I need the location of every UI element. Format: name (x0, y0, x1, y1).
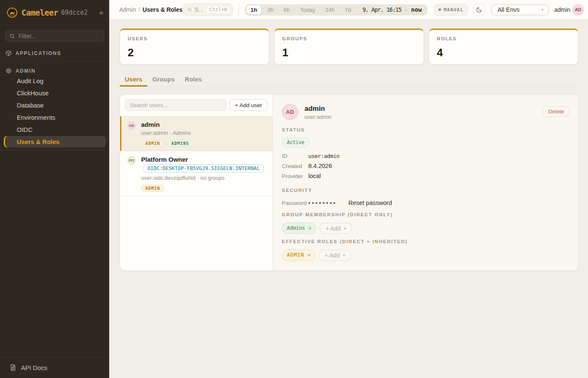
breadcrumb-parent[interactable]: Admin (119, 6, 136, 13)
field-row-provider: Provider local (282, 173, 569, 179)
search-users-input[interactable] (125, 99, 226, 111)
time-range-separator: – (404, 7, 409, 13)
stat-value: 2 (128, 46, 261, 59)
stat-card-roles: ROLES 4 (429, 29, 578, 65)
sidebar-filter (5, 30, 104, 42)
sidebar-item-audit-log[interactable]: Audit Log (4, 75, 106, 87)
user-meta: user:admin · Admins (141, 129, 193, 136)
stats-row: USERS 2 GROUPS 1 ROLES 4 (120, 29, 578, 65)
refresh-mode-badge[interactable]: MANUAL (434, 4, 468, 16)
mode-label: MANUAL (444, 7, 464, 13)
group-chips: Admins × + Add ▾ (282, 223, 569, 234)
add-group-button[interactable]: + Add ▾ (320, 223, 352, 234)
moon-icon (476, 7, 482, 13)
sidebar-footer[interactable]: API Docs (0, 357, 109, 378)
field-row-created: Created 8.4.2026 (282, 163, 569, 169)
stat-card-groups: GROUPS 1 (274, 29, 424, 65)
time-range-option-3h[interactable]: 3h (262, 7, 278, 13)
time-range-option-7d[interactable]: 7d (340, 7, 356, 13)
users-panel: + Add user AD admin user:admin · Admins … (120, 94, 578, 271)
stat-value: 1 (282, 46, 416, 59)
stat-value: 4 (437, 46, 570, 59)
role-badge: ADMIN (141, 140, 164, 147)
sidebar-section-label: APPLICATIONS (16, 50, 61, 56)
reset-password-link[interactable]: Reset password (348, 200, 392, 206)
field-label: Created (282, 163, 308, 169)
role-chips: ADMIN × + Add ▾ (282, 249, 569, 261)
chevron-down-icon: ▾ (344, 226, 346, 231)
oidc-subject-tag: OIDC:DESKTOP-FB5VGJ9.SIEGELN.INTERNAL (143, 164, 264, 173)
status-section-label: STATUS (282, 127, 569, 133)
sidebar-item-clickhouse[interactable]: ClickHouse (4, 87, 106, 99)
sidebar-collapse-icon[interactable]: « (100, 9, 103, 16)
topbar: Admin / Users & Roles S... Ctrl+K 1h 3h … (109, 0, 588, 20)
environment-select-value: All Envs (498, 6, 520, 13)
time-range-option-1h[interactable]: 1h (246, 5, 262, 15)
search-icon (9, 33, 15, 39)
tab-roles[interactable]: Roles (180, 71, 207, 87)
time-range-option-24h[interactable]: 24h (320, 7, 340, 13)
stat-label: ROLES (437, 36, 570, 42)
sidebar-divider (0, 150, 109, 150)
avatar: PO (127, 156, 136, 165)
remove-chip-icon[interactable]: × (307, 252, 311, 259)
password-mask: •••••••• (308, 200, 337, 206)
time-range-from[interactable]: 9. Apr. 16:15 (356, 6, 404, 13)
time-range-segmented-control: 1h 3h 6h Today 24h 7d 9. Apr. 16:15 – no… (245, 4, 428, 16)
password-label: Password (282, 200, 308, 206)
field-label: ID (282, 153, 308, 159)
password-row: Password •••••••• Reset password (282, 200, 569, 206)
search-icon (188, 7, 192, 13)
user-row-body: Platform Owner OIDC:DESKTOP-FB5VGJ9.SIEG… (141, 155, 264, 192)
user-meta: user:oidc:8evzqofluhld · no groups (141, 174, 264, 181)
time-range-option-6h[interactable]: 6h (278, 7, 295, 13)
page-content: USERS 2 GROUPS 1 ROLES 4 Users Groups Ro… (109, 20, 588, 271)
add-group-label: + Add (326, 225, 341, 232)
sidebar-item-environments[interactable]: Environments (4, 112, 106, 123)
sidebar-section-applications[interactable]: APPLICATIONS (0, 45, 109, 60)
tab-users[interactable]: Users (120, 71, 147, 87)
user-list-header: + Add user (120, 94, 273, 116)
tab-bar: Users Groups Roles (120, 71, 578, 87)
sidebar-item-oidc[interactable]: OIDC (4, 124, 106, 135)
sidebar-item-database[interactable]: Database (4, 100, 106, 111)
remove-chip-icon[interactable]: × (308, 225, 312, 232)
user-row-admin[interactable]: AD admin user:admin · Admins ADMIN ADMIN… (120, 116, 273, 151)
add-user-button[interactable]: + Add user (229, 99, 268, 111)
detail-header: AD admin user:admin (282, 104, 569, 121)
field-label: Provider (282, 173, 308, 179)
global-search-button[interactable]: S... Ctrl+K (183, 3, 233, 16)
sidebar-item-users-roles[interactable]: Users & Roles (4, 136, 106, 147)
sidebar: Cameleer 69dcce2 « APPLICATIONS ADMIN Au… (0, 0, 109, 378)
chevron-down-icon: ▾ (343, 253, 345, 257)
add-role-label: + Add (325, 252, 340, 259)
sidebar-filter-input[interactable] (5, 30, 104, 42)
delete-user-button[interactable]: Delete (543, 106, 569, 117)
theme-toggle-button[interactable] (473, 4, 485, 16)
field-value: user:admin (308, 153, 339, 159)
detail-fields: ID user:admin Created 8.4.2026 Provider … (282, 153, 569, 179)
brand-logo-camel-icon (7, 7, 18, 18)
field-row-id: ID user:admin (282, 153, 569, 159)
user-row-platform-owner[interactable]: PO Platform Owner OIDC:DESKTOP-FB5VGJ9.S… (120, 151, 273, 196)
sidebar-section-label: ADMIN (16, 68, 36, 74)
role-chip-admin: ADMIN × (282, 249, 315, 261)
user-avatar[interactable]: AD (572, 4, 584, 16)
environment-select[interactable]: All Envs ▾ (491, 4, 549, 16)
time-range-option-today[interactable]: Today (295, 7, 320, 13)
topbar-username: admin (554, 6, 570, 13)
breadcrumb-current: Users & Roles (143, 6, 183, 13)
group-badge: ADMINS (167, 140, 193, 147)
oidc-tag-row: OIDC:DESKTOP-FB5VGJ9.SIEGELN.INTERNAL (141, 163, 264, 173)
role-badge: ADMIN (141, 185, 164, 192)
group-membership-section-label: GROUP MEMBERSHIP (DIRECT ONLY) (282, 212, 569, 218)
tab-groups[interactable]: Groups (147, 71, 180, 87)
stat-card-users: USERS 2 (120, 29, 269, 65)
security-section-label: SECURITY (282, 188, 569, 193)
topbar-divider (239, 3, 239, 16)
time-range-to[interactable]: now (409, 6, 427, 13)
add-role-button[interactable]: + Add ▾ (319, 250, 351, 261)
document-icon (10, 364, 16, 371)
sidebar-divider (0, 61, 109, 61)
user-badges: ADMIN (141, 185, 264, 192)
